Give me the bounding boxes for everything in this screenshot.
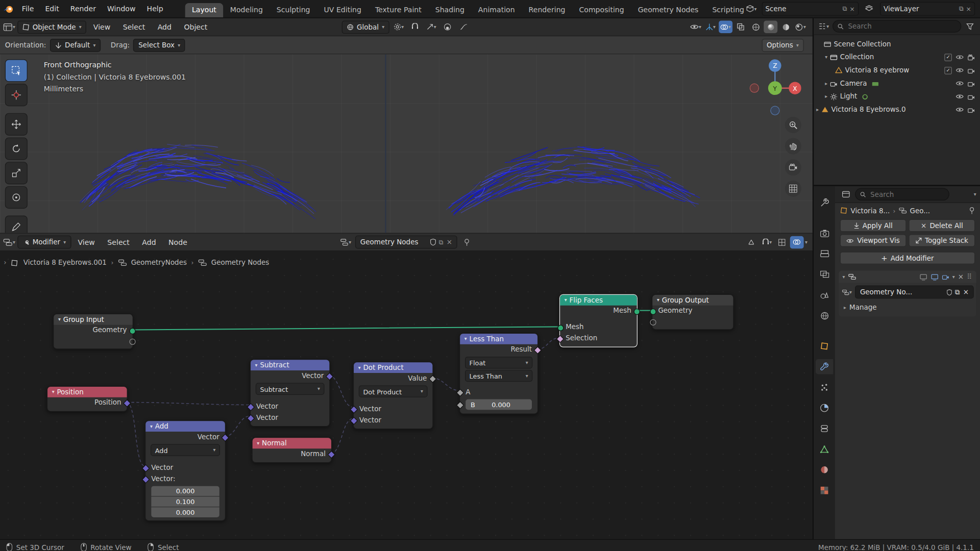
options-dropdown[interactable]: Options▾: [762, 38, 804, 52]
node-vector-math-add[interactable]: ▾Add Vector Add▾ Vector Vector: 0.000 0.…: [145, 420, 226, 521]
hide-eye-icon[interactable]: [955, 55, 964, 60]
workspace-tab-shading[interactable]: Shading: [428, 3, 471, 17]
vp-menu-add[interactable]: Add: [152, 18, 177, 36]
add-modifier-button[interactable]: +Add Modifier: [840, 252, 975, 264]
b-value-field[interactable]: B0.000: [465, 399, 532, 410]
tab-view-layer[interactable]: [816, 267, 833, 282]
vector-value-input-socket[interactable]: [142, 475, 150, 483]
mode-dropdown[interactable]: Object Mode▾: [17, 20, 86, 34]
fake-user-shield-icon[interactable]: [947, 289, 952, 295]
vp-menu-view[interactable]: View: [88, 18, 116, 36]
geometry-output-socket[interactable]: [129, 328, 135, 334]
vector2-input-socket[interactable]: [247, 414, 254, 422]
position-output-socket[interactable]: [124, 399, 131, 407]
viewport-vis-button[interactable]: Viewport Vis: [840, 234, 906, 246]
tab-scene[interactable]: [816, 287, 833, 302]
realtime-toggle-icon[interactable]: [930, 273, 939, 280]
fake-user-shield-icon[interactable]: [430, 239, 436, 245]
hide-eye-icon[interactable]: [955, 81, 964, 86]
workspace-tab-animation[interactable]: Animation: [471, 3, 522, 17]
viewport-3d[interactable]: Front Orthographic (1) Collection | Vict…: [0, 55, 813, 233]
node-position[interactable]: ▾Position Position: [47, 386, 128, 412]
visibility-dropdown-icon[interactable]: ▾: [689, 20, 702, 33]
vector-z-field[interactable]: 0.000: [151, 507, 219, 517]
workspace-tab-rendering[interactable]: Rendering: [522, 3, 572, 17]
pin-icon[interactable]: [460, 236, 474, 248]
modifier-node-tree-field[interactable]: Geometry No... ⧉ ×: [855, 286, 974, 299]
shading-solid-icon[interactable]: [764, 20, 777, 33]
workspace-tab-modeling[interactable]: Modeling: [223, 3, 270, 17]
geometry-input-socket[interactable]: [650, 308, 656, 314]
show-overlays-icon[interactable]: ▾: [719, 20, 732, 33]
transform-tool[interactable]: [5, 186, 28, 209]
proportional-falloff-icon[interactable]: [457, 20, 471, 33]
scene-unlink-icon[interactable]: ×: [849, 5, 854, 12]
workspace-tab-uv-editing[interactable]: UV Editing: [317, 3, 368, 17]
tab-constraints[interactable]: [816, 421, 833, 436]
parent-links-icon[interactable]: [745, 236, 759, 248]
browse-node-tree-icon[interactable]: ▾: [339, 236, 353, 248]
outliner-row-collection[interactable]: ▾ Collection ✓: [814, 51, 980, 64]
snap-node-magnet-icon[interactable]: ▾: [760, 236, 774, 248]
node-header[interactable]: ▾Less Than: [460, 334, 537, 344]
tab-physics[interactable]: [816, 400, 833, 415]
move-tool[interactable]: [5, 113, 28, 136]
workspace-tab-compositing[interactable]: Compositing: [572, 3, 631, 17]
node-tree-mode-dropdown[interactable]: Modifier▾: [17, 236, 71, 249]
snap-magnet-icon[interactable]: [408, 20, 422, 33]
modifier-panel-header[interactable]: ▾ ▾ × ⠿: [839, 270, 976, 283]
tab-material[interactable]: [816, 462, 833, 477]
outliner-row-camera[interactable]: ▸ Camera: [814, 77, 980, 90]
node-compare-less-than[interactable]: ▾Less Than Result Float▾ Less Than▾ A B0…: [459, 333, 538, 414]
shading-rendered-icon[interactable]: ▾: [794, 20, 807, 33]
node-header[interactable]: ▾Dot Product: [354, 362, 432, 373]
panel-collapse-icon[interactable]: ›: [4, 259, 6, 267]
transform-orientation-dropdown[interactable]: Global▾: [342, 20, 389, 34]
node-flip-faces[interactable]: ▾Flip Faces Mesh Mesh Selection: [559, 294, 638, 347]
camera-view-icon[interactable]: [785, 159, 801, 176]
tab-output[interactable]: [816, 246, 833, 261]
disable-render-camera-icon[interactable]: [968, 80, 975, 86]
browse-tree-icon[interactable]: ▾: [841, 286, 852, 298]
tab-object[interactable]: [816, 339, 833, 354]
disclosure-icon[interactable]: ▸: [825, 94, 827, 99]
node-header[interactable]: ▾Flip Faces: [560, 295, 637, 306]
blender-logo-icon[interactable]: [0, 4, 16, 14]
ne-menu-node[interactable]: Node: [163, 234, 193, 251]
collection-checkbox[interactable]: ✓: [944, 54, 952, 61]
node-vector-math-dot-product[interactable]: ▾Dot Product Value Dot Product▾ Vector V…: [353, 362, 433, 429]
shading-material-icon[interactable]: [779, 20, 793, 33]
disable-render-camera-icon[interactable]: [968, 93, 975, 99]
viewlayer-unlink-icon[interactable]: ×: [966, 5, 971, 12]
menu-render[interactable]: Render: [65, 0, 102, 17]
node-group-input[interactable]: ▾Group Input Geometry: [53, 314, 133, 349]
scene-selector[interactable]: Scene ⧉ ×: [762, 2, 859, 16]
data-type-dropdown[interactable]: Float▾: [465, 357, 532, 368]
a-input-socket[interactable]: [456, 389, 464, 396]
object-checkbox[interactable]: ✓: [944, 66, 952, 74]
vp-menu-select[interactable]: Select: [117, 18, 151, 36]
breadcrumb-data-name[interactable]: Geo...: [910, 207, 930, 215]
scene-new-icon[interactable]: ⧉: [843, 5, 847, 13]
selection-input-socket[interactable]: [556, 335, 564, 343]
disclosure-icon[interactable]: ▾: [825, 55, 827, 60]
orientation-dropdown[interactable]: Default▾: [50, 38, 101, 52]
tab-particles[interactable]: [816, 380, 833, 394]
menu-edit[interactable]: Edit: [39, 0, 64, 17]
value-output-socket[interactable]: [429, 375, 436, 383]
modifier-delete-icon[interactable]: ×: [958, 272, 964, 281]
tab-object-data[interactable]: [816, 442, 833, 457]
drag-dropdown[interactable]: Select Box▾: [133, 38, 185, 52]
render-toggle-icon[interactable]: [942, 273, 949, 280]
rotate-tool[interactable]: [5, 137, 28, 160]
node-editor-canvas[interactable]: › Victoria 8 Eyebrows.001 › GeometryNode…: [0, 251, 813, 539]
cursor-tool[interactable]: [5, 84, 28, 106]
modifier-drag-handle[interactable]: ⠿: [967, 272, 972, 281]
navigation-gizmo[interactable]: Z X Y: [749, 57, 801, 119]
menu-window[interactable]: Window: [102, 0, 141, 17]
disable-render-camera-icon[interactable]: [968, 67, 975, 73]
node-header[interactable]: ▾Group Output: [652, 295, 733, 306]
pivot-point-icon[interactable]: ▾: [392, 20, 406, 33]
ne-overlays-icon[interactable]: [790, 236, 804, 248]
vp-menu-object[interactable]: Object: [178, 18, 213, 36]
